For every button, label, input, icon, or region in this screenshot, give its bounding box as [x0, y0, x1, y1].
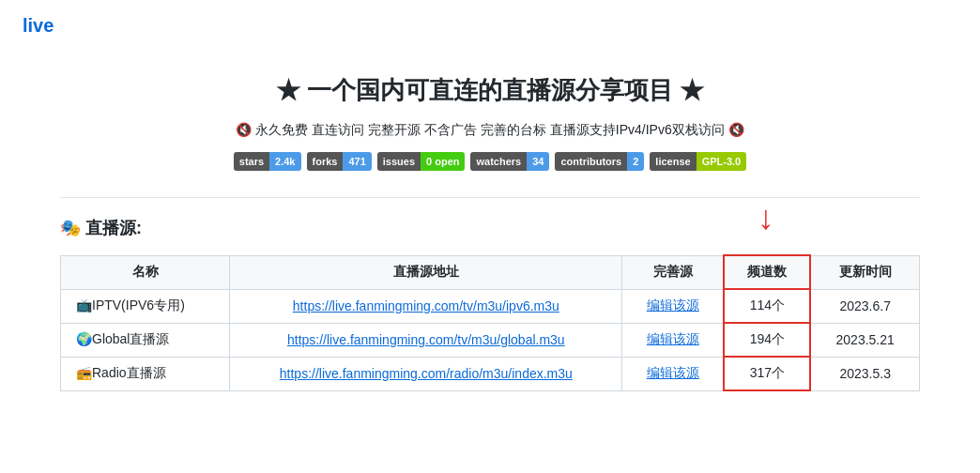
cell-channels: 114个 [724, 289, 810, 323]
live-table: 名称直播源地址完善源频道数更新时间 📺IPTV(IPV6专用)https://l… [60, 254, 920, 391]
badge-label: watchers [470, 152, 527, 171]
cell-edit[interactable]: 编辑该源 [622, 289, 724, 323]
table-row: 📺IPTV(IPV6专用)https://live.fanmingming.co… [61, 289, 920, 323]
main-heading: ★ 一个国内可直连的直播源分享项目 ★ [60, 74, 920, 107]
badge-contributors[interactable]: contributors2 [555, 152, 644, 171]
sub-heading: 🔇 永久免费 直连访问 完整开源 不含广告 完善的台标 直播源支持IPv4/IP… [60, 122, 920, 139]
badge-forks[interactable]: forks471 [307, 152, 372, 171]
badge-stars[interactable]: stars2.4k [234, 152, 301, 171]
table-body: 📺IPTV(IPV6专用)https://live.fanmingming.co… [61, 289, 920, 390]
badge-label: stars [234, 152, 269, 171]
cell-name: 📺IPTV(IPV6专用) [61, 289, 230, 323]
cell-channels: 194个 [724, 323, 810, 357]
badge-value: GPL-3.0 [697, 152, 747, 171]
section-title: 🎭 直播源: [60, 217, 920, 239]
badge-issues[interactable]: issues0 open [377, 152, 466, 171]
cell-url[interactable]: https://live.fanmingming.com/tv/m3u/glob… [230, 323, 622, 357]
badge-label: license [650, 152, 696, 171]
table-wrapper: ↓ 名称直播源地址完善源频道数更新时间 📺IPTV(IPV6专用)https:/… [60, 254, 920, 391]
cell-url[interactable]: https://live.fanmingming.com/tv/m3u/ipv6… [230, 289, 622, 323]
col-header-3: 频道数 [724, 255, 810, 289]
badge-label: contributors [555, 152, 627, 171]
cell-updated: 2023.5.3 [810, 357, 919, 390]
badge-watchers[interactable]: watchers34 [470, 152, 549, 171]
cell-edit[interactable]: 编辑该源 [622, 357, 724, 390]
table-row: 📻Radio直播源https://live.fanmingming.com/ra… [61, 357, 920, 390]
cell-updated: 2023.5.21 [810, 323, 919, 357]
divider [60, 197, 920, 198]
badge-value: 34 [527, 152, 549, 171]
col-header-4: 更新时间 [810, 255, 919, 289]
badge-label: forks [307, 152, 344, 171]
col-header-2: 完善源 [622, 255, 724, 289]
badge-value: 471 [343, 152, 371, 171]
repo-title[interactable]: live [23, 15, 957, 37]
cell-url[interactable]: https://live.fanmingming.com/radio/m3u/i… [230, 357, 622, 390]
cell-channels: 317个 [724, 357, 810, 390]
badge-label: issues [377, 152, 421, 171]
table-head: 名称直播源地址完善源频道数更新时间 [61, 255, 920, 289]
cell-name: 🌍Global直播源 [61, 323, 230, 357]
cell-updated: 2023.6.7 [810, 289, 919, 323]
table-header-row: 名称直播源地址完善源频道数更新时间 [61, 255, 920, 289]
badge-value: 0 open [421, 152, 465, 171]
cell-name: 📻Radio直播源 [61, 357, 230, 390]
arrow-indicator: ↓ [758, 198, 774, 237]
badge-license[interactable]: licenseGPL-3.0 [650, 152, 746, 171]
col-header-0: 名称 [61, 255, 230, 289]
badge-value: 2.4k [269, 152, 300, 171]
cell-edit[interactable]: 编辑该源 [622, 323, 724, 357]
table-row: 🌍Global直播源https://live.fanmingming.com/t… [61, 323, 920, 357]
col-header-1: 直播源地址 [230, 255, 622, 289]
badges-row: stars2.4kforks471issues0 openwatchers34c… [60, 152, 920, 171]
badge-value: 2 [627, 152, 644, 171]
